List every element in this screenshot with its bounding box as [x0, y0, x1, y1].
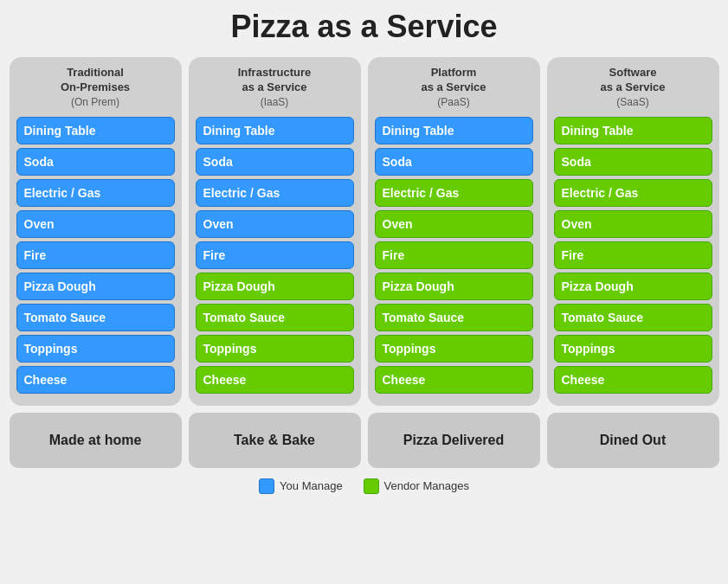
legend: You Manage Vendor Manages [259, 478, 469, 494]
item-on-prem-3: Oven [16, 210, 175, 238]
item-iaas-0: Dining Table [196, 117, 354, 144]
item-on-prem-5: Pizza Dough [16, 273, 175, 300]
item-saas-8: Cheese [554, 366, 712, 394]
item-paas-3: Oven [375, 210, 533, 238]
item-on-prem-2: Electric / Gas [16, 179, 175, 207]
item-saas-2: Electric / Gas [554, 179, 712, 207]
legend-vendor-manages: Vendor Manages [364, 478, 469, 494]
card-saas: Softwareas a Service(SaaS)Dining TableSo… [547, 57, 719, 406]
column-on-prem: TraditionalOn-Premises(On Prem)Dining Ta… [10, 57, 182, 468]
item-paas-8: Cheese [375, 366, 533, 394]
item-on-prem-8: Cheese [16, 366, 175, 394]
item-iaas-3: Oven [196, 210, 354, 238]
item-saas-6: Tomato Sauce [554, 304, 712, 331]
card-on-prem: TraditionalOn-Premises(On Prem)Dining Ta… [10, 57, 182, 406]
columns-container: TraditionalOn-Premises(On Prem)Dining Ta… [10, 57, 719, 468]
column-saas: Softwareas a Service(SaaS)Dining TableSo… [547, 57, 719, 468]
item-paas-6: Tomato Sauce [375, 304, 533, 331]
item-on-prem-1: Soda [16, 148, 175, 176]
vendor-manages-icon [364, 478, 379, 494]
header-saas: Softwareas a Service(SaaS) [554, 66, 712, 110]
card-iaas: Infrastructureas a Service(IaaS)Dining T… [189, 57, 361, 406]
item-saas-4: Fire [554, 241, 712, 269]
item-paas-2: Electric / Gas [375, 179, 533, 207]
item-on-prem-4: Fire [16, 241, 175, 269]
legend-you-manage: You Manage [259, 478, 343, 494]
item-iaas-7: Toppings [196, 335, 354, 363]
footer-iaas: Take & Bake [189, 413, 361, 468]
item-on-prem-6: Tomato Sauce [16, 304, 175, 331]
column-paas: Platformas a Service(PaaS)Dining TableSo… [368, 57, 540, 468]
header-on-prem: TraditionalOn-Premises(On Prem) [16, 66, 175, 110]
item-paas-7: Toppings [375, 335, 533, 363]
item-iaas-8: Cheese [196, 366, 354, 394]
footer-paas: Pizza Delivered [368, 413, 540, 468]
item-paas-1: Soda [375, 148, 533, 176]
item-saas-5: Pizza Dough [554, 273, 712, 300]
item-paas-5: Pizza Dough [375, 273, 533, 300]
item-on-prem-7: Toppings [16, 335, 175, 363]
column-iaas: Infrastructureas a Service(IaaS)Dining T… [189, 57, 361, 468]
card-paas: Platformas a Service(PaaS)Dining TableSo… [368, 57, 540, 406]
you-manage-label: You Manage [280, 479, 343, 492]
item-on-prem-0: Dining Table [16, 117, 175, 144]
item-paas-4: Fire [375, 241, 533, 269]
header-paas: Platformas a Service(PaaS) [375, 66, 533, 110]
footer-on-prem: Made at home [10, 413, 182, 468]
item-iaas-1: Soda [196, 148, 354, 176]
item-saas-7: Toppings [554, 335, 712, 363]
header-iaas: Infrastructureas a Service(IaaS) [196, 66, 354, 110]
item-paas-0: Dining Table [375, 117, 533, 144]
you-manage-icon [259, 478, 274, 494]
vendor-manages-label: Vendor Manages [384, 479, 469, 492]
item-saas-1: Soda [554, 148, 712, 176]
item-iaas-6: Tomato Sauce [196, 304, 354, 331]
item-saas-0: Dining Table [554, 117, 712, 144]
item-iaas-5: Pizza Dough [196, 273, 354, 300]
item-iaas-4: Fire [196, 241, 354, 269]
item-saas-3: Oven [554, 210, 712, 238]
page-title: Pizza as a Service [230, 9, 497, 45]
item-iaas-2: Electric / Gas [196, 179, 354, 207]
footer-saas: Dined Out [547, 413, 719, 468]
